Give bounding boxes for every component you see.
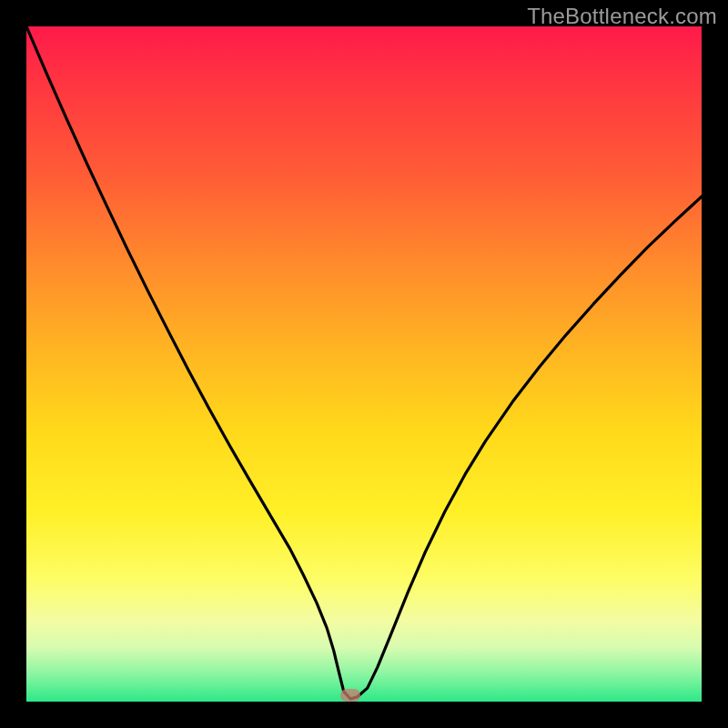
bottleneck-curve [26,26,702,702]
optimum-marker [340,689,360,702]
watermark-text: TheBottleneck.com [527,4,717,29]
plot-area [26,26,702,702]
